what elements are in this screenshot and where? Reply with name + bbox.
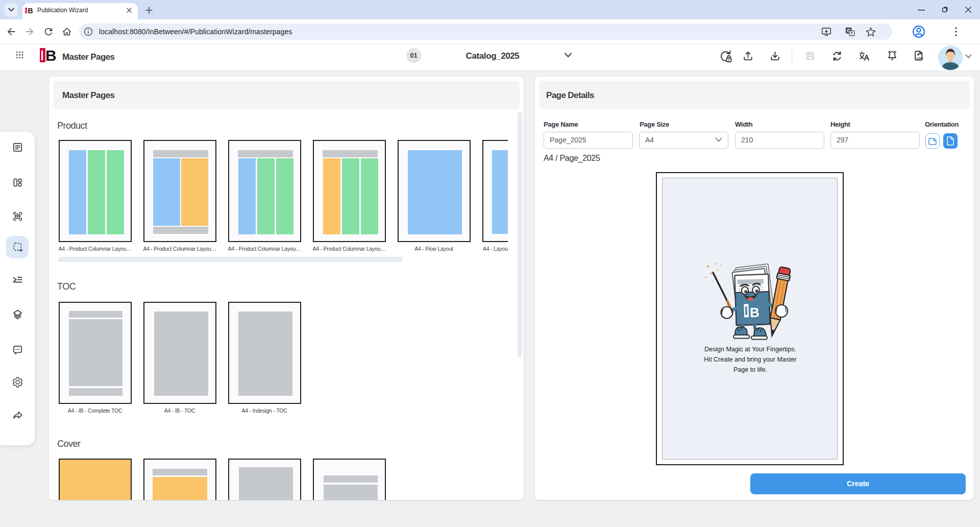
svg-text:B: B	[749, 305, 760, 321]
svg-text:LOG: LOG	[917, 57, 923, 60]
